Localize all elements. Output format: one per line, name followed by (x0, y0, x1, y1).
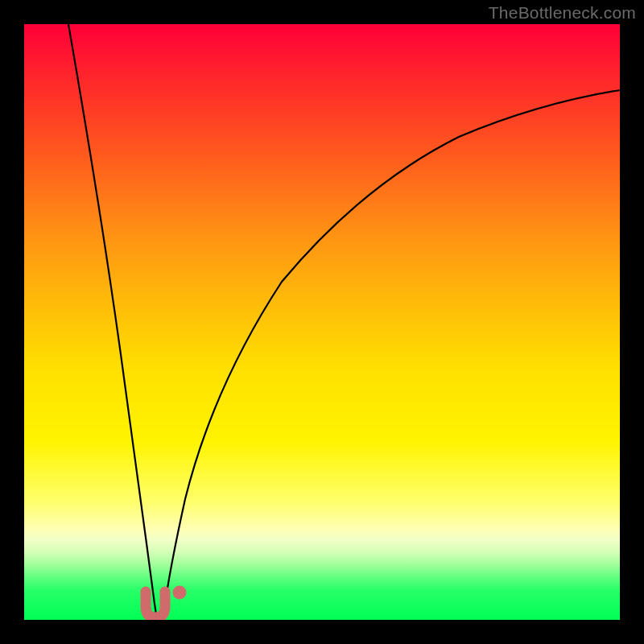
outer-frame: TheBottleneck.com (0, 0, 644, 644)
left-curve (68, 24, 157, 620)
watermark-text: TheBottleneck.com (489, 3, 636, 23)
right-curve (163, 90, 620, 620)
plot-area (24, 24, 620, 620)
curve-layer (24, 24, 620, 620)
bottom-dot-marker (173, 586, 187, 600)
